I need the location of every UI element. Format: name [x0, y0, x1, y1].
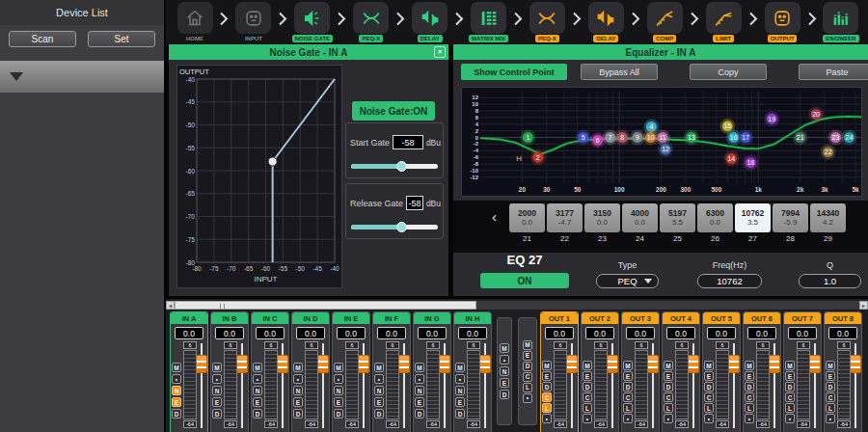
start-gate-slider[interactable] — [351, 164, 438, 169]
module-button-m[interactable]: M — [826, 361, 835, 370]
module-button-dot[interactable]: • — [172, 374, 181, 384]
fader-handle[interactable] — [647, 355, 659, 373]
module-button-dot[interactable]: • — [785, 414, 795, 423]
channel-tab[interactable]: OUT 8 — [825, 312, 861, 324]
module-button-l[interactable]: L — [745, 403, 754, 413]
module-button-d[interactable]: D — [500, 390, 509, 399]
eq-point-19[interactable]: 19 — [764, 111, 779, 126]
fader-handle[interactable] — [566, 355, 578, 373]
module-button-l[interactable]: L — [664, 403, 673, 413]
fader-handle[interactable] — [688, 355, 699, 373]
module-button-c[interactable]: C — [542, 392, 552, 402]
module-button-d[interactable]: D — [374, 409, 384, 418]
fader-handle[interactable] — [236, 355, 248, 373]
eq-point-2[interactable]: 2 — [530, 149, 546, 165]
device-dropdown[interactable] — [0, 61, 164, 93]
module-button-m[interactable]: M — [623, 361, 633, 370]
module-button-m[interactable]: M — [334, 363, 343, 372]
eq-point-14[interactable]: 14 — [723, 151, 739, 167]
module-button-e[interactable]: E — [293, 397, 303, 407]
module-button-dot[interactable]: • — [212, 374, 222, 384]
channel-gain-value[interactable]: 0.0 — [256, 327, 285, 339]
toolbar-item-output[interactable]: OUTPUT — [761, 2, 803, 42]
channel-gain-value[interactable]: 0.0 — [828, 327, 857, 339]
channel-strip-out-3[interactable]: OUT 30.0MEDCL•6-64 — [621, 311, 660, 432]
module-button-e[interactable]: E — [253, 397, 262, 407]
module-button-d[interactable]: D — [664, 382, 673, 392]
module-button-dot[interactable]: • — [455, 374, 465, 384]
fader-handle[interactable] — [607, 355, 618, 373]
module-button-d[interactable]: D — [523, 362, 532, 371]
module-button-n[interactable]: N — [293, 386, 303, 395]
channel-gain-value[interactable]: 0.0 — [337, 327, 366, 339]
module-button-n[interactable]: N — [374, 386, 384, 395]
eq-on-button[interactable]: ON — [480, 273, 569, 288]
module-button-c[interactable]: C — [664, 392, 673, 402]
module-button-n[interactable]: N — [415, 386, 424, 395]
module-button-m[interactable]: M — [704, 361, 714, 370]
module-button-e[interactable]: E — [523, 351, 532, 361]
q-field[interactable]: 1.0 — [799, 274, 861, 288]
eq-point-13[interactable]: 13 — [684, 130, 699, 146]
fader-handle[interactable] — [728, 355, 740, 373]
module-button-c[interactable]: C — [826, 392, 835, 402]
band-scroll-left-icon[interactable]: ‹ — [492, 208, 497, 225]
module-button-d[interactable]: D — [704, 382, 714, 392]
start-gate-value[interactable]: -58 — [393, 135, 423, 149]
module-button-dot[interactable]: • — [500, 355, 509, 364]
channel-strip-in-d[interactable]: IN D0.0M•NED6-64 — [291, 311, 330, 432]
module-button-d[interactable]: D — [745, 382, 754, 392]
module-button-dot[interactable]: • — [253, 374, 262, 384]
module-button-e[interactable]: E — [704, 371, 714, 381]
module-button-l[interactable]: L — [623, 403, 633, 413]
module-button-c[interactable]: C — [704, 392, 714, 402]
channel-gain-value[interactable]: 0.0 — [747, 327, 776, 339]
module-button-m[interactable]: M — [455, 363, 465, 372]
bypass-all-button[interactable]: Bypass All — [581, 64, 658, 80]
band-button[interactable]: 20000.0 — [509, 203, 545, 232]
module-button-d[interactable]: D — [583, 382, 592, 392]
module-button-c[interactable]: C — [623, 392, 633, 402]
channel-tab[interactable]: IN C — [252, 312, 288, 324]
module-button-d[interactable]: D — [785, 382, 795, 392]
band-button[interactable]: 63000.0 — [697, 203, 733, 232]
band-button[interactable]: 40000.0 — [622, 203, 658, 232]
module-button-e[interactable]: E — [374, 397, 384, 407]
copy-button[interactable]: Copy — [690, 64, 767, 80]
module-button-c[interactable]: C — [523, 372, 532, 382]
module-button-l[interactable]: L — [704, 403, 714, 413]
module-button-e[interactable]: E — [212, 397, 222, 407]
equalizer-graph[interactable]: 121086420-2-4-6-8-10-1220305010020030050… — [461, 87, 862, 197]
fader-handle[interactable] — [479, 355, 491, 373]
fader-handle[interactable] — [769, 355, 780, 373]
channel-gain-value[interactable]: 0.0 — [458, 327, 487, 339]
band-button[interactable]: 51975.5 — [660, 203, 695, 232]
channel-strip-out-2[interactable]: OUT 20.0MEDCL•6-64 — [581, 311, 619, 432]
module-button-n[interactable]: N — [172, 386, 181, 395]
show-control-point-button[interactable]: Show Control Point — [461, 64, 567, 80]
channel-strip-in-e[interactable]: IN E0.0M•NED6-64 — [332, 311, 370, 432]
module-button-d[interactable]: D — [455, 409, 465, 418]
channel-tab[interactable]: OUT 3 — [622, 312, 659, 324]
module-button-dot[interactable]: • — [704, 414, 714, 423]
module-button-c[interactable]: C — [745, 392, 754, 402]
fader-handle[interactable] — [277, 355, 288, 373]
module-button-e[interactable]: E — [623, 371, 633, 381]
module-button-n[interactable]: N — [212, 386, 222, 395]
module-button-c[interactable]: C — [785, 392, 795, 402]
channel-tab[interactable]: IN D — [292, 312, 329, 324]
channel-strip-out-5[interactable]: OUT 50.0MEDCL•6-64 — [702, 311, 741, 432]
type-select[interactable]: PEQ — [596, 274, 659, 288]
channel-gain-value[interactable]: 0.0 — [418, 327, 447, 339]
channel-gain-value[interactable]: 0.0 — [215, 327, 244, 339]
channel-gain-value[interactable]: 0.0 — [377, 327, 406, 339]
module-button-n[interactable]: N — [455, 386, 465, 395]
module-button-dot[interactable]: • — [415, 374, 424, 384]
channel-tab[interactable]: IN F — [373, 312, 410, 324]
module-button-l[interactable]: L — [542, 403, 552, 413]
toolbar-item-comp[interactable]: COMP — [643, 2, 686, 42]
module-button-m[interactable]: M — [293, 363, 303, 372]
eq-point-17[interactable]: 17 — [738, 130, 753, 146]
band-button[interactable]: 143404.2 — [810, 203, 846, 232]
input-master-strip[interactable]: M•NED — [497, 317, 512, 425]
